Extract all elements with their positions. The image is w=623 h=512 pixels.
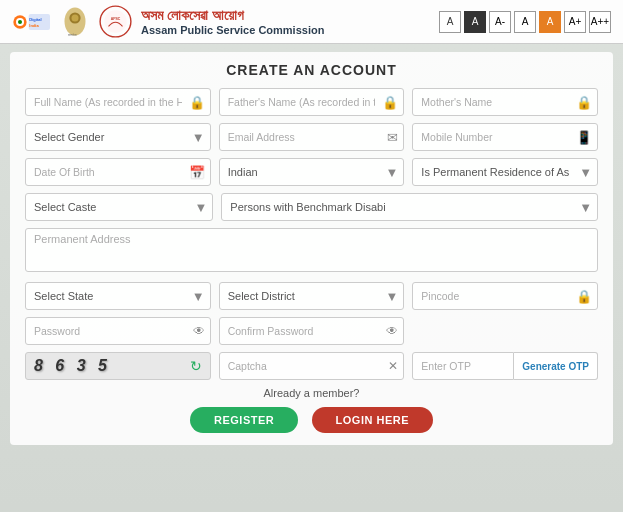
confirm-password-input[interactable] — [219, 317, 405, 345]
mobile-group: 📱 — [412, 123, 598, 151]
row-password: 👁 👁 — [25, 317, 598, 345]
row-caste-disability: Select Caste General SC ST OBC ▼ Persons… — [25, 193, 598, 221]
eye-icon-confirm-password[interactable]: 👁 — [386, 324, 398, 338]
main-container: Digital India सत्यमेव APSC — [0, 0, 623, 512]
font-a-plus-plus-btn[interactable]: A++ — [589, 11, 611, 33]
captcha-refresh-icon[interactable]: ↻ — [190, 358, 202, 374]
otp-group: Generate OTP — [412, 352, 598, 380]
form-container: CREATE AN ACCOUNT 🔒 🔒 🔒 — [10, 52, 613, 445]
svg-point-11 — [104, 10, 126, 32]
header: Digital India सत्यमेव APSC — [0, 0, 623, 44]
disability-select[interactable]: Persons with Benchmark Disabi Yes No — [221, 193, 598, 221]
row-dob-nationality: 📅 Indian Other ▼ Is Permanent Residence … — [25, 158, 598, 186]
row-captcha-otp: 8 6 3 5 ↻ ✕ Generate OTP — [25, 352, 598, 380]
header-title: অসম লোকসেৱা আয়োগ Assam Public Service C… — [141, 7, 324, 36]
svg-text:India: India — [29, 23, 39, 28]
svg-point-2 — [18, 20, 22, 24]
captcha-display-group: 8 6 3 5 ↻ — [25, 352, 211, 380]
password-input[interactable] — [25, 317, 211, 345]
row-state-district-pincode: Select State Assam ▼ Select District ▼ 🔒 — [25, 282, 598, 310]
font-a-active-btn[interactable]: A — [539, 11, 561, 33]
org-english-text: Assam Public Service Commission — [141, 24, 324, 36]
fathers-name-group: 🔒 — [219, 88, 405, 116]
dob-input[interactable] — [25, 158, 211, 186]
district-select[interactable]: Select District — [219, 282, 405, 310]
india-emblem: सत्यमेव — [60, 4, 90, 39]
full-name-input[interactable] — [25, 88, 211, 116]
org-assamese-text: অসম লোকসেৱা আয়োগ — [141, 7, 244, 24]
captcha-input-group: ✕ — [219, 352, 405, 380]
font-dark-btn[interactable]: A — [464, 11, 486, 33]
otp-input[interactable] — [412, 352, 514, 380]
caste-group: Select Caste General SC ST OBC ▼ — [25, 193, 213, 221]
residence-select[interactable]: Is Permanent Residence of Assz No — [412, 158, 598, 186]
captcha-box: 8 6 3 5 ↻ — [25, 352, 211, 380]
font-a-minus-btn[interactable]: A- — [489, 11, 511, 33]
state-select[interactable]: Select State Assam — [25, 282, 211, 310]
svg-text:सत्यमेव: सत्यमेव — [67, 33, 77, 37]
font-white-btn[interactable]: A — [439, 11, 461, 33]
pincode-input[interactable] — [412, 282, 598, 310]
content-wrapper: Digital India सत्यमेव APSC — [0, 0, 623, 445]
state-group: Select State Assam ▼ — [25, 282, 211, 310]
already-member-text: Already a member? — [25, 387, 598, 399]
apsc-logo: APSC — [98, 4, 133, 39]
captcha-input[interactable] — [219, 352, 405, 380]
clear-captcha-icon[interactable]: ✕ — [388, 359, 398, 373]
full-name-group: 🔒 — [25, 88, 211, 116]
fathers-name-input[interactable] — [219, 88, 405, 116]
svg-text:APSC: APSC — [111, 17, 121, 21]
row-address — [25, 228, 598, 275]
otp-input-group: Generate OTP — [412, 352, 598, 380]
font-a-plus-btn[interactable]: A+ — [564, 11, 586, 33]
password-group: 👁 — [25, 317, 211, 345]
nationality-select[interactable]: Indian Other — [219, 158, 405, 186]
email-input[interactable] — [219, 123, 405, 151]
button-row: REGISTER LOGIN HERE — [25, 407, 598, 433]
disability-group: Persons with Benchmark Disabi Yes No ▼ — [221, 193, 598, 221]
captcha-value: 8 6 3 5 — [34, 357, 111, 375]
mobile-input[interactable] — [412, 123, 598, 151]
generate-otp-button[interactable]: Generate OTP — [514, 352, 598, 380]
pincode-group: 🔒 — [412, 282, 598, 310]
gender-select[interactable]: Select Gender Male Female Other — [25, 123, 211, 151]
row-gender-email-mobile: Select Gender Male Female Other ▼ ✉ 📱 — [25, 123, 598, 151]
form-title: CREATE AN ACCOUNT — [25, 62, 598, 78]
dob-group: 📅 — [25, 158, 211, 186]
svg-point-8 — [72, 15, 79, 22]
font-a-btn[interactable]: A — [514, 11, 536, 33]
digital-india-logo: Digital India — [12, 7, 52, 37]
svg-text:Digital: Digital — [29, 17, 41, 22]
residence-group: Is Permanent Residence of Assz No ▼ — [412, 158, 598, 186]
row-names: 🔒 🔒 🔒 — [25, 88, 598, 116]
district-group: Select District ▼ — [219, 282, 405, 310]
confirm-password-group: 👁 — [219, 317, 405, 345]
header-left: Digital India सत्यमेव APSC — [12, 4, 324, 39]
nationality-group: Indian Other ▼ — [219, 158, 405, 186]
gender-group: Select Gender Male Female Other ▼ — [25, 123, 211, 151]
address-group — [25, 228, 598, 275]
mothers-name-input[interactable] — [412, 88, 598, 116]
caste-select[interactable]: Select Caste General SC ST OBC — [25, 193, 213, 221]
login-button[interactable]: LOGIN HERE — [312, 407, 433, 433]
register-button[interactable]: REGISTER — [190, 407, 298, 433]
mothers-name-group: 🔒 — [412, 88, 598, 116]
email-group: ✉ — [219, 123, 405, 151]
font-controls: A A A- A A A+ A++ — [439, 11, 611, 33]
address-textarea[interactable] — [25, 228, 598, 272]
eye-icon-password[interactable]: 👁 — [193, 324, 205, 338]
